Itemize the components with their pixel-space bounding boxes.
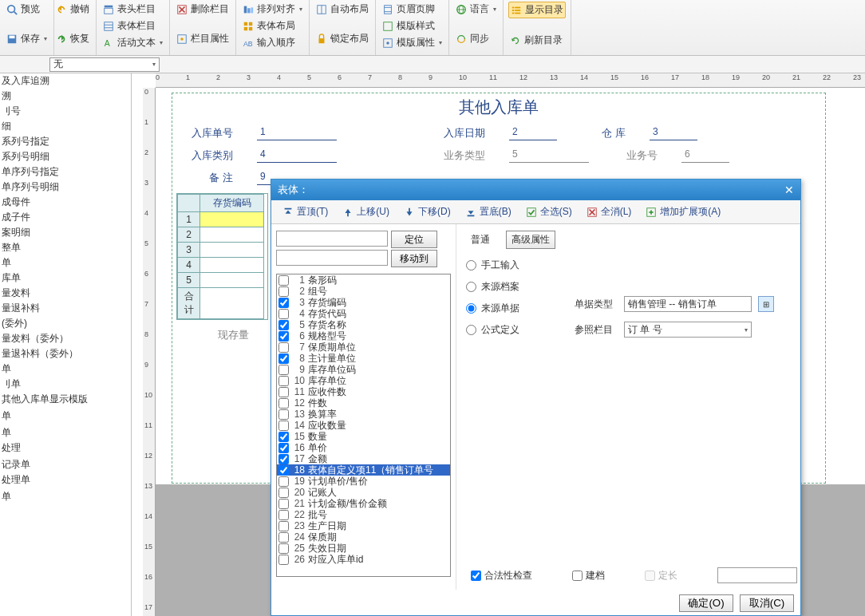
field-item[interactable]: 19计划单价/售价: [277, 476, 450, 487]
tree-item[interactable]: 量退补料: [0, 301, 131, 316]
add-ext-button[interactable]: 增加扩展项(A): [641, 203, 725, 220]
field[interactable]: 1: [257, 126, 337, 140]
tree-item[interactable]: 刂单: [0, 377, 131, 392]
down-button[interactable]: 下移(D): [399, 203, 456, 220]
radio-ref[interactable]: 来源档案: [466, 280, 791, 294]
tab-normal[interactable]: 普通: [466, 231, 495, 248]
tree-item[interactable]: 单: [0, 255, 131, 270]
field-item[interactable]: 22批号: [277, 509, 450, 520]
field[interactable]: 4: [257, 148, 337, 163]
tree-item[interactable]: 量发料: [0, 286, 131, 301]
input-order-button[interactable]: AB输入顺序: [241, 35, 304, 50]
bottom-button[interactable]: 置底(B): [460, 203, 516, 220]
close-icon[interactable]: ✕: [784, 184, 794, 196]
nav-tree[interactable]: 及入库追溯溯刂号细系列号指定系列号明细单序列号指定单序列号明细成母件成子件案明细…: [0, 73, 132, 616]
undo-button[interactable]: 撤销: [54, 2, 91, 17]
del-col-button[interactable]: 删除栏目: [175, 2, 231, 17]
ref-col-field[interactable]: 订 单 号▾: [624, 322, 752, 338]
field-item[interactable]: 12件数: [277, 397, 450, 409]
field-item[interactable]: 6规格型号: [277, 330, 450, 342]
header-col-button[interactable]: 表头栏目: [101, 2, 164, 17]
fixed-len-input[interactable]: [717, 567, 797, 583]
tree-item[interactable]: 成子件: [0, 210, 131, 225]
auto-layout-button[interactable]: 自动布局: [314, 2, 370, 17]
field-item[interactable]: 13换算率: [277, 409, 450, 420]
style-combo[interactable]: 无▾: [49, 57, 160, 72]
tree-item[interactable]: 案明细: [0, 225, 131, 240]
layout-button[interactable]: 表体布局: [241, 18, 304, 34]
tree-item[interactable]: 系列号明细: [0, 149, 131, 164]
tree-item[interactable]: 单: [0, 489, 131, 504]
field-item[interactable]: 10库存单位: [277, 375, 450, 386]
tpl-style-button[interactable]: 模版样式: [381, 18, 444, 34]
field-item[interactable]: 17金额: [277, 453, 450, 464]
field-item[interactable]: 18表体自定义项11（销售订单号: [277, 464, 450, 476]
check-archive[interactable]: 建档: [572, 569, 605, 582]
field[interactable]: 2: [509, 126, 557, 140]
field-list[interactable]: 1条形码2组号3存货编码4存货代码5存货名称6规格型号7保质期单位8主计量单位9…: [276, 274, 451, 577]
move-button[interactable]: 移动到: [391, 250, 437, 267]
tab-advanced[interactable]: 高级属性: [506, 231, 555, 249]
tree-item[interactable]: 刂号: [0, 104, 131, 119]
lang-button[interactable]: 语言▾: [454, 2, 498, 17]
align-button[interactable]: 排列对齐▾: [241, 2, 304, 17]
field-item[interactable]: 11应收件数: [277, 386, 450, 397]
locate-button[interactable]: 定位: [391, 231, 437, 248]
field[interactable]: 3: [650, 126, 697, 140]
up-button[interactable]: 上移(U): [338, 203, 394, 220]
tree-item[interactable]: 单: [0, 361, 131, 377]
tpl-prop-button[interactable]: 模版属性▾: [381, 35, 444, 50]
select-none-button[interactable]: 全消(L): [582, 203, 637, 220]
field-item[interactable]: 15数量: [277, 431, 450, 442]
field-item[interactable]: 4存货代码: [277, 308, 450, 319]
tree-item[interactable]: 量退补料（委外）: [0, 346, 131, 361]
field-item[interactable]: 7保质期单位: [277, 342, 450, 353]
field-item[interactable]: 9库存单位码: [277, 364, 450, 375]
field-item[interactable]: 25失效日期: [277, 543, 450, 554]
field-item[interactable]: 26对应入库单id: [277, 554, 450, 565]
lock-layout-button[interactable]: 锁定布局: [314, 31, 370, 46]
field-item[interactable]: 5存货名称: [277, 319, 450, 330]
pick-icon[interactable]: ⊞: [758, 296, 774, 312]
field-item[interactable]: 16单价: [277, 442, 450, 453]
preview-button[interactable]: 预览: [5, 2, 49, 17]
restore-button[interactable]: 恢复: [54, 31, 91, 46]
select-all-button[interactable]: 全选(S): [521, 203, 577, 220]
tree-item[interactable]: 单序列号明细: [0, 180, 131, 195]
locate-input[interactable]: [276, 231, 388, 247]
top-button[interactable]: 置顶(T): [278, 203, 333, 220]
field-item[interactable]: 3存货编码: [277, 297, 450, 308]
field-item[interactable]: 23生产日期: [277, 520, 450, 531]
dialog-titlebar[interactable]: 表体： ✕: [271, 180, 800, 200]
field-item[interactable]: 2组号: [277, 286, 450, 297]
active-text-button[interactable]: A活动文本▾: [101, 35, 164, 50]
col-prop-button[interactable]: 栏目属性: [175, 31, 231, 46]
field-item[interactable]: 20记账人: [277, 487, 450, 498]
tree-item[interactable]: 单: [0, 425, 131, 440]
tree-item[interactable]: 量发料（委外）: [0, 331, 131, 346]
tree-item[interactable]: 单序列号指定: [0, 164, 131, 180]
tree-item[interactable]: 溯: [0, 89, 131, 104]
body-grid[interactable]: 存货编码 1 2 3 4 5 合计: [176, 193, 268, 320]
ok-button[interactable]: 确定(O): [679, 594, 733, 612]
tree-item[interactable]: 系列号指定: [0, 134, 131, 149]
bill-type-field[interactable]: 销售管理 -- 销售订单: [624, 296, 752, 312]
tree-item[interactable]: 处理: [0, 440, 131, 456]
tree-item[interactable]: 整单: [0, 240, 131, 255]
body-col-button[interactable]: 表体栏目: [101, 18, 164, 34]
save-button[interactable]: 保存▾: [5, 31, 49, 46]
tree-item[interactable]: 库单: [0, 270, 131, 286]
check-fixed[interactable]: 定长: [645, 569, 677, 582]
sync-button[interactable]: 同步: [454, 31, 498, 46]
field-item[interactable]: 21计划金额/售价金额: [277, 498, 450, 509]
tree-item[interactable]: 处理单: [0, 472, 131, 488]
show-toc-button[interactable]: 显示目录: [508, 2, 566, 18]
tree-item[interactable]: 细: [0, 119, 131, 134]
tree-item[interactable]: (委外): [0, 316, 131, 331]
field[interactable]: 6: [681, 148, 729, 163]
refresh-toc-button[interactable]: 刷新目录: [508, 33, 566, 48]
field-item[interactable]: 1条形码: [277, 274, 450, 286]
field-item[interactable]: 24保质期: [277, 531, 450, 543]
field-item[interactable]: 14应收数量: [277, 420, 450, 431]
tree-item[interactable]: 及入库追溯: [0, 73, 131, 89]
